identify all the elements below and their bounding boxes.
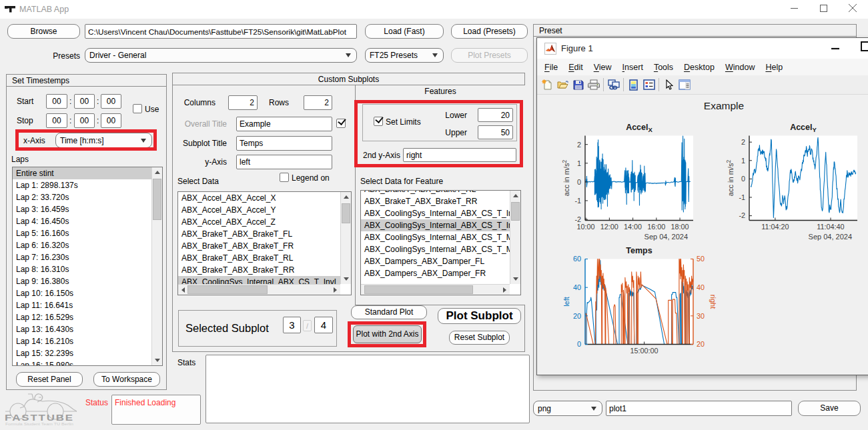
- select-data-vscrollbar[interactable]: [340, 192, 351, 284]
- start-minute-field[interactable]: 00: [74, 94, 95, 109]
- figure-menu-view[interactable]: View: [588, 63, 617, 72]
- figure-menu-insert[interactable]: Insert: [617, 63, 648, 72]
- feature-vscrollbar[interactable]: [510, 191, 520, 284]
- window-minimize-button[interactable]: [779, 0, 809, 19]
- data-list-item[interactable]: ABX_Accel_ABX_Accel_Y: [178, 204, 340, 216]
- window-close-button[interactable]: [838, 0, 867, 19]
- feature-list-item[interactable]: ABX_BrakeT_ABX_BrakeT_RR: [361, 195, 510, 207]
- feature-list-item[interactable]: ABX_BrakeT_ABX_BrakeT_RL: [361, 190, 510, 195]
- overall-title-field[interactable]: Example: [236, 117, 332, 131]
- save-button[interactable]: Save: [798, 401, 861, 416]
- lap-list-item[interactable]: Lap 12: 16.529s: [13, 311, 151, 323]
- stop-minute-field[interactable]: 00: [74, 113, 95, 128]
- feature-list-item[interactable]: ABX_CoolingSys_Internal_ABX_CS_T_MotL: [361, 231, 510, 243]
- rows-field[interactable]: 2: [304, 95, 332, 110]
- reset-panel-button[interactable]: Reset Panel: [16, 372, 83, 387]
- set-limits-checkbox[interactable]: [374, 117, 383, 126]
- lap-list-item[interactable]: Lap 16: 15.980s: [13, 359, 151, 366]
- laps-listbox[interactable]: Entire stintLap 1: 2898.137sLap 2: 33.72…: [12, 167, 163, 366]
- figure-menu-help[interactable]: Help: [760, 63, 788, 72]
- columns-field[interactable]: 2: [228, 95, 258, 110]
- filename-field[interactable]: plot1: [606, 401, 792, 416]
- legend-on-checkbox[interactable]: [280, 173, 289, 182]
- xaxis-dropdown[interactable]: Time [h:m:s]: [55, 133, 152, 148]
- feature-listbox[interactable]: ABX_BrakeT_ABX_BrakeT_RLABX_BrakeT_ABX_B…: [360, 190, 521, 295]
- lap-list-item[interactable]: Lap 2: 33.720s: [13, 191, 151, 203]
- to-workspace-button[interactable]: To Workspace: [93, 372, 160, 387]
- print-icon[interactable]: [586, 77, 601, 93]
- lap-list-item[interactable]: Lap 15: 32.239s: [13, 347, 151, 359]
- data-list-item[interactable]: ABX_BrakeT_ABX_BrakeT_FR: [178, 240, 340, 252]
- start-hour-field[interactable]: 00: [46, 94, 67, 109]
- link-plot-icon[interactable]: [606, 77, 621, 93]
- lap-list-item[interactable]: Lap 1: 2898.137s: [13, 179, 151, 191]
- subplot-title-field[interactable]: Temps: [236, 136, 332, 151]
- figure-menu-window[interactable]: Window: [720, 63, 760, 72]
- lap-list-item[interactable]: Lap 6: 16.320s: [13, 239, 151, 251]
- window-maximize-button[interactable]: [809, 0, 838, 19]
- data-list-item[interactable]: ABX_BrakeT_ABX_BrakeT_FL: [178, 228, 340, 240]
- data-list-item[interactable]: ABX_BrakeT_ABX_BrakeT_RR: [178, 264, 340, 276]
- upper-field[interactable]: 50: [478, 125, 513, 139]
- figure-menu-file[interactable]: File: [539, 63, 563, 72]
- open-file-icon[interactable]: [555, 77, 570, 93]
- load-fast-button[interactable]: Load (Fast): [365, 24, 444, 39]
- second-yaxis-field[interactable]: right: [403, 148, 516, 162]
- lap-list-item[interactable]: Lap 4: 16.450s: [13, 215, 151, 227]
- select-data-hscrollbar[interactable]: [178, 284, 340, 295]
- feature-list-item[interactable]: ABX_Dampers_ABX_Damper_FR: [361, 267, 510, 279]
- plot-browser-icon[interactable]: [677, 77, 692, 93]
- lap-list-item[interactable]: Lap 7: 16.230s: [13, 251, 151, 263]
- data-list-item[interactable]: ABX_Accel_ABX_Accel_X: [178, 192, 340, 204]
- plot-2nd-axis-button[interactable]: Plot with 2nd Axis: [353, 325, 422, 343]
- plot-subplot-button[interactable]: Plot Subplot: [438, 308, 521, 324]
- stop-second-field[interactable]: 00: [101, 113, 121, 128]
- stats-textarea[interactable]: [205, 355, 530, 423]
- selected-subplot-field[interactable]: 3: [283, 317, 301, 333]
- lap-list-item[interactable]: Lap 9: 16.380s: [13, 275, 151, 287]
- lap-list-item[interactable]: Entire stint: [13, 167, 151, 179]
- select-data-listbox[interactable]: ABX_Accel_ABX_Accel_XABX_Accel_ABX_Accel…: [177, 191, 352, 295]
- feature-list-item[interactable]: ABX_CoolingSys_Internal_ABX_CS_T_InvR: [361, 219, 510, 231]
- feature-list-item[interactable]: ABX_CoolingSys_Internal_ABX_CS_T_MotR: [361, 243, 510, 255]
- feature-hscrollbar[interactable]: [361, 284, 510, 295]
- data-list-item[interactable]: ABX_BrakeT_ABX_BrakeT_RL: [178, 252, 340, 264]
- figure-menu-tools[interactable]: Tools: [648, 63, 679, 72]
- feature-list-item[interactable]: ABX_CoolingSys_Internal_ABX_CS_T_InvL: [361, 207, 510, 219]
- overall-title-checkbox[interactable]: [336, 119, 346, 128]
- start-second-field[interactable]: 00: [101, 94, 121, 109]
- lap-list-item[interactable]: Lap 14: 16.210s: [13, 335, 151, 347]
- figure-menu-desktop[interactable]: Desktop: [679, 63, 720, 72]
- lap-list-item[interactable]: Lap 8: 16.310s: [13, 263, 151, 275]
- ft25-presets-dropdown[interactable]: FT25 Presets: [365, 48, 444, 63]
- figure-menu-edit[interactable]: Edit: [563, 63, 588, 72]
- edit-cursor-icon[interactable]: [661, 77, 677, 93]
- figure-minimize-button[interactable]: [825, 41, 845, 56]
- subplot-count-field[interactable]: 4: [314, 317, 333, 333]
- yaxis-side-field[interactable]: left: [236, 155, 332, 169]
- legend-icon[interactable]: [641, 77, 657, 93]
- save-figure-icon[interactable]: [570, 77, 586, 93]
- laps-vertical-scrollbar[interactable]: [151, 167, 162, 365]
- lap-list-item[interactable]: Lap 10: 16.150s: [13, 287, 151, 299]
- figure-maximize-button[interactable]: [855, 41, 868, 56]
- lap-list-item[interactable]: Lap 5: 16.160s: [13, 227, 151, 239]
- preset-dropdown[interactable]: Driver - General: [85, 48, 357, 63]
- use-checkbox[interactable]: [133, 104, 142, 113]
- new-figure-icon[interactable]: [540, 77, 555, 93]
- browse-button[interactable]: Browse: [7, 24, 80, 39]
- plot-presets-button[interactable]: Plot Presets: [451, 48, 528, 63]
- lower-field[interactable]: 20: [478, 108, 513, 122]
- data-list-item[interactable]: ABX_Accel_ABX_Accel_Z: [178, 216, 340, 228]
- colorbar-icon[interactable]: [626, 77, 641, 93]
- feature-list-item[interactable]: ABX_Dampers_ABX_Damper_FL: [361, 255, 510, 267]
- reset-subplot-button[interactable]: Reset Subplot: [449, 331, 510, 345]
- lap-list-item[interactable]: Lap 13: 16.430s: [13, 323, 151, 335]
- standard-plot-button[interactable]: Standard Plot: [351, 305, 427, 319]
- format-dropdown[interactable]: png: [533, 401, 602, 416]
- lap-list-item[interactable]: Lap 11: 16.641s: [13, 299, 151, 311]
- stop-hour-field[interactable]: 00: [46, 113, 67, 128]
- path-field[interactable]: C:\Users\Vincent Chau\Documents\Fasttube…: [85, 24, 357, 39]
- load-presets-button[interactable]: Load (Presets): [451, 24, 528, 39]
- lap-list-item[interactable]: Lap 3: 16.459s: [13, 203, 151, 215]
